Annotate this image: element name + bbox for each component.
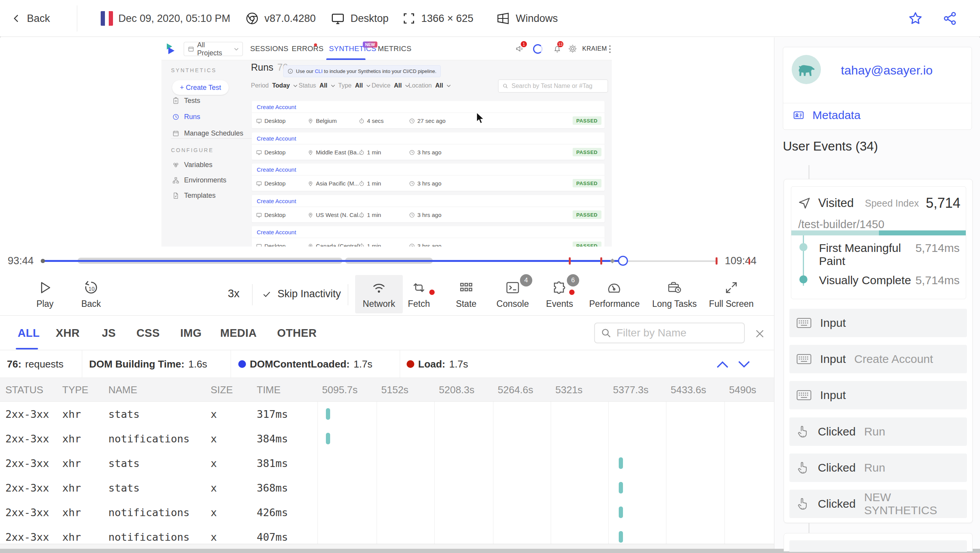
divider [77,5,77,31]
divider [783,103,972,103]
panel-button-events[interactable]: 6 Events [535,279,585,309]
timeline-remaining[interactable] [623,260,718,262]
tab-errors: ERRORS [292,37,324,60]
playback-speed-button[interactable]: 3x [222,287,245,300]
user-email-link[interactable]: tahay@asayer.io [841,63,933,78]
tab-synthetics: SYNTHETICS [329,37,376,60]
keyboard-icon [796,389,812,401]
error-event-marker[interactable] [569,257,571,265]
player-controls: Play 10 Back 3x Skip Inactivity Network … [0,273,774,316]
chevron-down-icon [293,84,297,87]
project-icon [188,46,194,52]
back-10s-button[interactable]: 10 Back [66,279,116,309]
panel-button-state[interactable]: State [441,279,491,309]
svg-text:10: 10 [88,286,95,292]
request-row[interactable]: 2xx-3xxxhr notificationsx 384ms [0,426,774,451]
status-badge: PASSED [573,148,602,156]
event-item-input[interactable]: Input [789,309,967,337]
new-badge: NEW [363,41,377,48]
tab-sessions: SESSIONS [250,37,289,60]
location-pin-icon [307,118,314,124]
user-events-card: Visited Speed Index 5,714 /test-builder/… [784,179,973,523]
load-time: Load:1.7s [407,350,468,378]
tab-all[interactable]: ALL [18,316,40,350]
metadata-button[interactable]: Metadata [792,109,860,122]
briefcase-clock-icon [649,279,699,296]
tab-css[interactable]: CSS [136,316,160,350]
announcements-count-badge: 1 [521,41,527,47]
request-row[interactable]: 2xx-3xxxhr statsx 368ms [0,475,774,500]
check-icon [262,290,271,299]
back-label: Back [27,13,50,25]
request-row[interactable]: 2xx-3xxxhr notificationsx 407ms [0,525,774,544]
top-bar: Back Dec 09, 2020, 05:10 PM v87.0.4280 D… [0,0,980,37]
search-placeholder: Search by Test Name or #Tag [512,83,592,89]
id-card-icon [792,109,806,121]
panel-button-long-tasks[interactable]: Long Tasks [649,279,699,309]
device-info: Desktop [331,0,389,37]
favorite-button[interactable] [908,0,923,37]
jump-previous-button[interactable] [716,360,729,369]
event-item-clicked[interactable]: ClickedNEW SYNTHETICS [789,490,967,518]
tab-js[interactable]: JS [102,316,116,350]
gauge-icon [589,279,639,296]
divider [171,138,252,139]
request-timing-bar [326,433,330,444]
viewport-brackets-icon [402,12,416,25]
star-icon [908,11,923,26]
event-item-clicked[interactable]: ClickedRun [789,417,967,446]
avatar [792,55,821,84]
browser-version-label: v87.0.4280 [264,13,316,25]
session-date: Dec 09, 2020, 05:10 PM [101,0,230,37]
time-tick: 5490s [729,378,756,402]
divider [348,284,348,305]
run-test-name-link: Create Account [257,104,296,110]
run-test-name-link: Create Account [257,198,296,204]
test-search-input: Search by Test Name or #Tag [498,79,608,93]
event-item-input[interactable]: Input [789,381,967,409]
monitor-icon [256,118,262,124]
panel-button-fetch[interactable]: Fetch [394,279,444,309]
share-button[interactable] [942,0,958,37]
tab-xhr[interactable]: XHR [56,316,80,350]
bell-icon: 13 [553,44,562,53]
filter-by-name-input[interactable] [616,327,732,339]
time-tick: 5264.6s [498,378,533,402]
request-timing-bar [619,507,623,518]
error-event-marker[interactable] [600,257,602,265]
user-card: tahay@asayer.io Metadata [783,47,972,130]
back-button[interactable]: Back [12,0,50,37]
request-row[interactable]: 2xx-3xxxhr notificationsx 426ms [0,500,774,525]
error-event-marker[interactable] [716,257,718,265]
request-row[interactable]: 2xx-3xxxhr statsx 381ms [0,451,774,475]
chrome-icon [245,12,259,25]
player-timeline: 93:44 109:44 [0,249,774,273]
sidebar-item-variables: Variables [172,161,213,169]
play-button[interactable]: Play [20,279,70,309]
col-status: STATUS [5,378,43,402]
visited-event-card[interactable]: Visited Speed Index 5,714 /test-builder/… [791,186,966,299]
panel-button-console[interactable]: 4 Console [488,279,538,309]
close-panel-button[interactable] [754,328,766,339]
event-item-clicked[interactable]: ClickedRun [789,454,967,482]
full-screen-button[interactable]: Full Screen [706,279,756,309]
skip-inactivity-toggle[interactable]: Skip Inactivity [262,288,341,300]
event-connector-line [809,165,809,179]
tab-img[interactable]: IMG [180,316,202,350]
playhead-handle[interactable] [618,256,628,266]
jump-next-button[interactable] [737,360,751,369]
event-item-input[interactable]: InputCreate Account [789,345,967,373]
time-tick: 5095.7s [322,378,358,402]
user-events-title: User Events (34) [783,139,878,154]
tab-media[interactable]: MEDIA [220,316,257,350]
tab-other[interactable]: OTHER [277,316,317,350]
request-row[interactable]: 2xx-3xxxhr statsx 317ms [0,402,774,426]
active-tab-underline [326,58,365,60]
events-error-dot [569,290,575,295]
event-marker[interactable] [610,258,615,263]
panel-button-performance[interactable]: Performance [589,279,639,309]
timeline-progress[interactable] [43,260,623,262]
dom-content-loaded: DOMContentLoaded:1.7s [238,350,372,378]
network-hscroll-track[interactable] [0,544,774,549]
sidebar-section-configure: CONFIGURE [171,147,214,153]
